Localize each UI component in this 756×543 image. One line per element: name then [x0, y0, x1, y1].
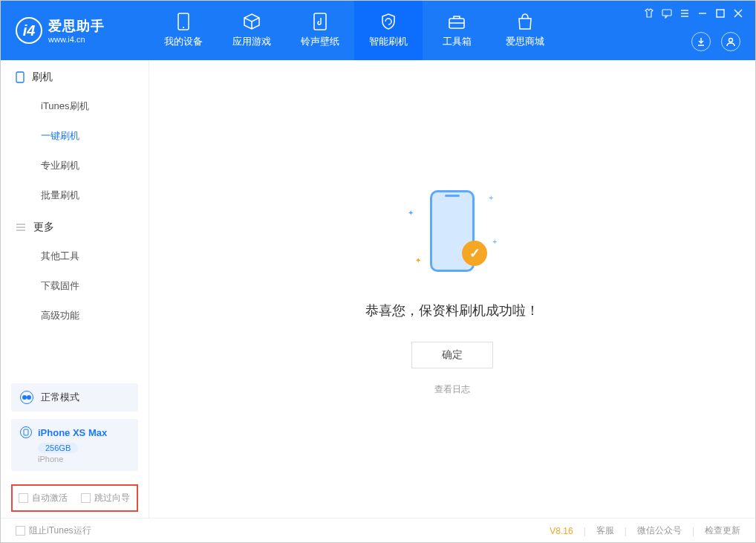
device-type: iPhone [38, 455, 129, 464]
sidebar-section-more: 更多 [1, 210, 149, 241]
sparkle-icon: ✦ [408, 209, 414, 217]
sparkle-icon: + [489, 194, 493, 202]
view-log-link[interactable]: 查看日志 [434, 383, 470, 396]
main-content: ✓ ✦ + ✦ + 恭喜您，保资料刷机成功啦！ 确定 查看日志 [149, 60, 755, 518]
mode-label: 正常模式 [41, 391, 79, 404]
list-icon [16, 223, 26, 232]
sidebar-item-other-tools[interactable]: 其他工具 [1, 241, 149, 271]
feedback-icon[interactable] [662, 8, 672, 19]
checkbox-icon [16, 526, 25, 536]
device-name-row: iPhone XS Max [20, 426, 129, 438]
phone-small-icon [16, 71, 25, 83]
sidebar-item-batch-flash[interactable]: 批量刷机 [1, 181, 149, 210]
sidebar-item-itunes-flash[interactable]: iTunes刷机 [1, 91, 149, 121]
footer-link-update[interactable]: 检查更新 [705, 524, 740, 537]
logo-area: i4 爱思助手 www.i4.cn [1, 17, 149, 44]
tab-store[interactable]: 爱思商城 [491, 1, 559, 60]
device-icon [20, 426, 32, 438]
download-button[interactable] [691, 32, 711, 51]
tab-label: 我的设备 [164, 35, 203, 48]
window-controls [644, 8, 743, 19]
footer-link-service[interactable]: 客服 [596, 524, 614, 537]
bag-icon [516, 13, 534, 30]
separator: | [584, 526, 586, 536]
tab-my-device[interactable]: 我的设备 [149, 1, 218, 60]
device-mode-box[interactable]: 正常模式 [11, 383, 138, 412]
user-button[interactable] [721, 32, 740, 51]
success-illustration: ✓ ✦ + ✦ + [404, 183, 501, 279]
svg-rect-2 [314, 13, 326, 30]
toolbox-icon [448, 13, 466, 30]
svg-point-6 [729, 39, 733, 42]
menu-icon[interactable] [680, 8, 690, 19]
tab-toolbox[interactable]: 工具箱 [423, 1, 491, 60]
footer-right: V8.16 | 客服 | 微信公众号 | 检查更新 [550, 524, 740, 537]
device-info-box[interactable]: iPhone XS Max 256GB iPhone [11, 419, 138, 471]
checkbox-label: 跳过向导 [94, 492, 130, 504]
tab-smart-flash[interactable]: 智能刷机 [354, 1, 423, 60]
minimize-button[interactable] [697, 8, 708, 19]
tab-label: 智能刷机 [369, 35, 408, 48]
maximize-button[interactable] [715, 8, 726, 19]
app-subtitle: www.i4.cn [48, 35, 105, 44]
status-bar: 阻止iTunes运行 V8.16 | 客服 | 微信公众号 | 检查更新 [1, 518, 755, 543]
checkbox-block-itunes[interactable]: 阻止iTunes运行 [16, 524, 91, 537]
close-button[interactable] [733, 8, 743, 19]
svg-rect-5 [717, 10, 724, 17]
sidebar-item-oneclick-flash[interactable]: 一键刷机 [1, 121, 149, 151]
checkbox-label: 自动激活 [32, 492, 68, 504]
separator: | [625, 526, 627, 536]
checkbox-auto-activate[interactable]: 自动激活 [19, 492, 68, 504]
section-title: 刷机 [32, 71, 53, 84]
checkbox-label: 阻止iTunes运行 [29, 524, 91, 537]
success-message: 恭喜您，保资料刷机成功啦！ [365, 302, 539, 319]
ok-button[interactable]: 确定 [411, 342, 493, 368]
app-logo-icon: i4 [16, 17, 42, 44]
storage-badge: 256GB [38, 443, 78, 453]
logo-text: 爱思助手 www.i4.cn [48, 17, 105, 44]
tab-label: 铃声壁纸 [301, 35, 339, 48]
checkbox-icon [19, 493, 28, 503]
body-area: 刷机 iTunes刷机 一键刷机 专业刷机 批量刷机 更多 其他工具 下载固件 … [1, 60, 755, 518]
tshirt-icon[interactable] [644, 8, 654, 19]
sidebar-section-flash: 刷机 [1, 60, 149, 91]
svg-rect-7 [16, 72, 24, 82]
sidebar-items-more: 其他工具 下载固件 高级功能 [1, 241, 149, 331]
flash-options-row: 自动激活 跳过向导 [11, 484, 138, 512]
device-name: iPhone XS Max [38, 427, 107, 438]
tab-ringtone[interactable]: 铃声壁纸 [286, 1, 354, 60]
section-title: 更多 [33, 221, 54, 234]
sidebar-item-download-firmware[interactable]: 下载固件 [1, 271, 149, 301]
sparkle-icon: + [492, 238, 497, 246]
checkbox-skip-guide[interactable]: 跳过向导 [81, 492, 130, 504]
separator: | [692, 526, 694, 536]
cube-icon [243, 13, 261, 30]
app-header: i4 爱思助手 www.i4.cn 我的设备 应用游戏 铃声壁纸 智能刷机 工具… [1, 1, 755, 60]
svg-rect-4 [662, 10, 671, 16]
version-label: V8.16 [550, 526, 573, 536]
tab-label: 爱思商城 [506, 35, 544, 48]
tab-label: 应用游戏 [232, 35, 271, 48]
sidebar: 刷机 iTunes刷机 一键刷机 专业刷机 批量刷机 更多 其他工具 下载固件 … [1, 60, 149, 518]
sparkle-icon: ✦ [415, 256, 421, 264]
music-file-icon [311, 13, 329, 30]
sidebar-items-flash: iTunes刷机 一键刷机 专业刷机 批量刷机 [1, 91, 149, 210]
svg-rect-8 [24, 429, 28, 435]
refresh-shield-icon [379, 13, 397, 30]
svg-point-1 [183, 27, 184, 28]
tab-apps[interactable]: 应用游戏 [218, 1, 286, 60]
app-title: 爱思助手 [48, 17, 105, 35]
main-tabs: 我的设备 应用游戏 铃声壁纸 智能刷机 工具箱 爱思商城 [149, 1, 559, 60]
mode-icon [20, 391, 33, 404]
tab-label: 工具箱 [443, 35, 472, 48]
checkbox-icon [81, 493, 91, 503]
header-action-buttons [691, 32, 740, 51]
sidebar-item-advanced[interactable]: 高级功能 [1, 301, 149, 331]
footer-link-wechat[interactable]: 微信公众号 [637, 524, 682, 537]
checkmark-badge-icon: ✓ [462, 241, 487, 266]
phone-icon [175, 13, 192, 30]
sidebar-item-pro-flash[interactable]: 专业刷机 [1, 151, 149, 181]
